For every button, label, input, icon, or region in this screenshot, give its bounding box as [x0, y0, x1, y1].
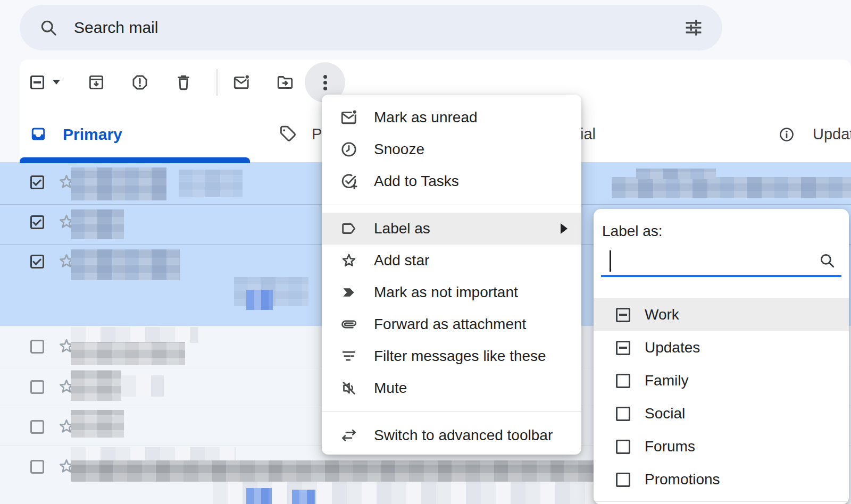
snooze-icon: [340, 140, 358, 158]
redacted-text-block: [121, 375, 164, 397]
row-checkbox[interactable]: [30, 380, 44, 394]
mute-icon: [340, 379, 358, 397]
select-dropdown-caret-icon[interactable]: [53, 80, 60, 85]
label-option-social[interactable]: Social: [594, 397, 849, 430]
row-checkbox[interactable]: [30, 340, 44, 354]
menu-item-label: Switch to advanced toolbar: [374, 427, 553, 444]
menu-item-mark-not-important[interactable]: Mark as not important: [322, 276, 581, 308]
menu-item-forward-as-attachment[interactable]: Forward as attachment: [322, 308, 581, 340]
report-spam-icon[interactable]: [131, 73, 149, 91]
label-icon: [340, 220, 358, 238]
redacted-text-block: [246, 290, 273, 310]
menu-item-label: Mark as unread: [374, 109, 478, 126]
label-checkbox[interactable]: [616, 407, 630, 421]
promotions-tag-icon[interactable]: [279, 125, 297, 143]
search-bar[interactable]: Search mail: [20, 5, 722, 51]
active-tab-indicator: [20, 157, 250, 163]
primary-inbox-icon: [30, 126, 46, 142]
menu-item-label: Filter messages like these: [374, 348, 546, 365]
submenu-divider: [594, 501, 849, 502]
menu-item-mute[interactable]: Mute: [322, 372, 581, 404]
move-to-icon[interactable]: [276, 73, 294, 91]
submenu-title: Label as:: [602, 223, 849, 241]
menu-item-label: Mute: [374, 380, 407, 397]
menu-item-label: Label as: [374, 220, 430, 237]
submenu-arrow-icon: [561, 223, 568, 234]
tune-icon[interactable]: [684, 18, 703, 37]
archive-icon[interactable]: [87, 73, 105, 91]
label-option-text: Promotions: [645, 471, 720, 488]
label-checkbox[interactable]: [616, 308, 630, 322]
redacted-text-block: [71, 370, 121, 401]
row-checkbox[interactable]: [30, 255, 44, 268]
menu-item-switch-toolbar[interactable]: Switch to advanced toolbar: [322, 419, 581, 451]
label-checkbox[interactable]: [616, 374, 630, 388]
menu-item-mark-as-unread[interactable]: Mark as unread: [322, 102, 581, 133]
menu-item-add-star[interactable]: Add star: [322, 245, 581, 276]
row-checkbox[interactable]: [30, 215, 44, 229]
label-as-submenu: Label as: Work Updates Family: [594, 209, 849, 504]
label-option-text: Updates: [645, 339, 700, 356]
attachment-icon: [340, 315, 358, 333]
row-checkbox[interactable]: [30, 420, 44, 434]
menu-item-label: Forward as attachment: [374, 316, 526, 333]
search-input[interactable]: Search mail: [74, 19, 684, 37]
menu-item-label: Add to Tasks: [374, 173, 459, 190]
row-checkbox[interactable]: [30, 175, 44, 189]
redacted-text-block: [71, 249, 180, 280]
gmail-window: Search mail: [0, 0, 851, 504]
label-option-promotions[interactable]: Promotions: [594, 463, 849, 496]
tab-primary[interactable]: Primary: [63, 125, 122, 144]
label-options-list: Work Updates Family Social Forums Promot…: [594, 298, 849, 496]
redacted-text-block: [71, 342, 185, 365]
mark-unread-icon[interactable]: [232, 73, 251, 91]
not-important-icon: [340, 283, 358, 301]
menu-item-label: Snooze: [374, 141, 424, 158]
menu-divider: [322, 411, 581, 412]
add-to-tasks-icon: [340, 172, 358, 190]
menu-item-filter-messages[interactable]: Filter messages like these: [322, 340, 581, 372]
row-checkbox[interactable]: [30, 460, 44, 474]
tab-updates[interactable]: Updates: [813, 125, 851, 143]
menu-divider: [322, 205, 581, 205]
menu-item-label: Mark as not important: [374, 284, 518, 301]
label-option-forums[interactable]: Forums: [594, 430, 849, 463]
text-cursor: [610, 250, 611, 272]
redacted-text-block: [71, 327, 198, 343]
label-option-text: Family: [645, 372, 688, 389]
redacted-text-block: [71, 410, 124, 438]
select-all-checkbox[interactable]: [30, 75, 44, 89]
label-option-work[interactable]: Work: [594, 298, 849, 331]
add-star-icon: [340, 251, 358, 270]
label-option-family[interactable]: Family: [594, 364, 849, 397]
label-search-input[interactable]: [601, 247, 841, 277]
more-options-menu: Mark as unread Snooze Add to Tasks: [322, 95, 581, 455]
label-option-text: Work: [645, 306, 679, 323]
redacted-text-block: [179, 170, 243, 197]
label-checkbox[interactable]: [616, 440, 630, 454]
more-vertical-icon: [323, 73, 327, 93]
redacted-text-block: [292, 490, 315, 504]
menu-item-label: Add star: [374, 252, 429, 269]
redacted-text-block: [612, 177, 851, 198]
redacted-text-block: [71, 167, 166, 200]
label-option-updates[interactable]: Updates: [594, 331, 849, 364]
label-checkbox[interactable]: [616, 341, 630, 355]
filter-icon: [340, 347, 358, 365]
label-option-text: Social: [645, 405, 685, 422]
label-option-text: Forums: [645, 438, 695, 455]
search-icon[interactable]: [39, 18, 58, 37]
menu-item-add-to-tasks[interactable]: Add to Tasks: [322, 165, 581, 197]
redacted-text-block: [246, 488, 272, 504]
redacted-text-block: [71, 447, 236, 462]
menu-item-label-as[interactable]: Label as: [322, 213, 581, 245]
mark-unread-icon: [340, 108, 358, 127]
info-icon[interactable]: [779, 127, 795, 142]
label-checkbox[interactable]: [616, 473, 630, 487]
search-icon: [818, 251, 836, 270]
menu-item-snooze[interactable]: Snooze: [322, 133, 581, 165]
switch-toolbar-icon: [340, 426, 358, 444]
toolbar-divider: [216, 69, 218, 96]
delete-icon[interactable]: [174, 73, 193, 91]
redacted-text-block: [71, 209, 124, 239]
